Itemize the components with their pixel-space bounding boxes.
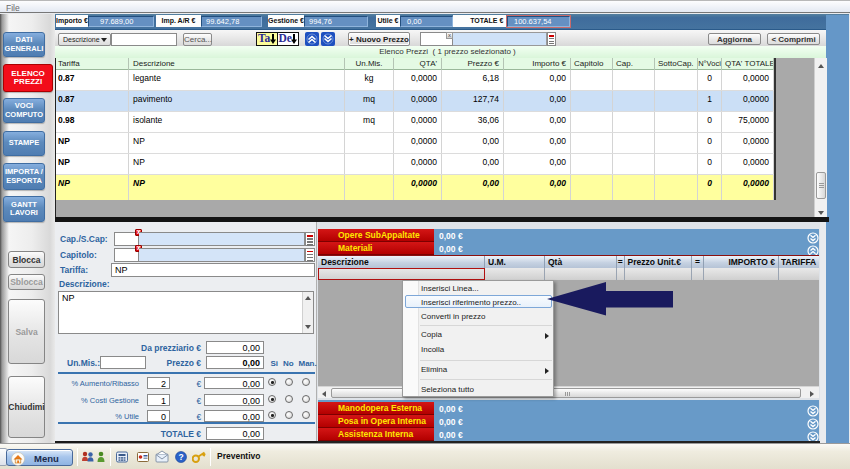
svg-text:?: ? xyxy=(178,452,183,462)
